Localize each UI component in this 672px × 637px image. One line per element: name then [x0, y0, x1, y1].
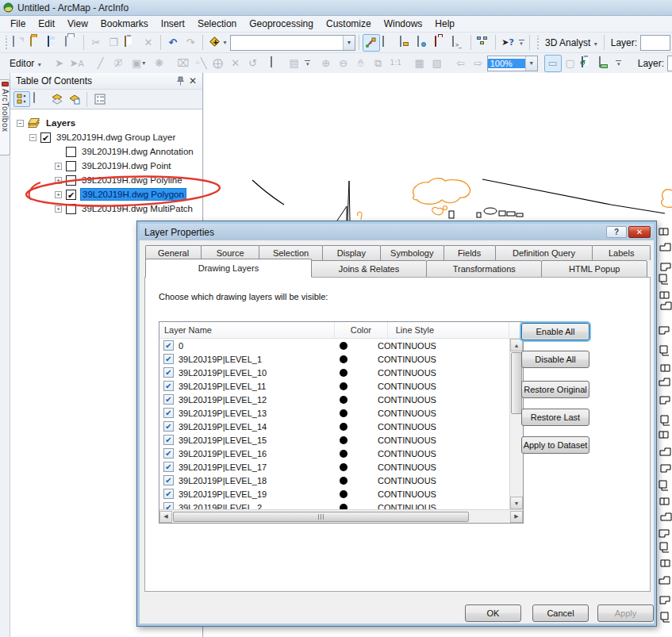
- straight-segment-button[interactable]: ╱: [92, 55, 109, 72]
- tree-label[interactable]: 39L20J19H.dwg Group Layer: [55, 132, 177, 143]
- toolbar-grip[interactable]: [536, 36, 540, 50]
- row-checkbox[interactable]: ✔: [163, 354, 174, 364]
- toc-options-button[interactable]: [91, 91, 108, 107]
- horizontal-scroll-thumb[interactable]: [173, 512, 469, 522]
- scroll-down-icon[interactable]: ▼: [510, 497, 523, 509]
- search-window-button[interactable]: [415, 34, 432, 52]
- row-checkbox[interactable]: ✔: [163, 462, 174, 472]
- toggle-draft-mode-button[interactable]: ▭: [544, 55, 562, 72]
- menu-item-help[interactable]: Help: [429, 17, 460, 31]
- table-row[interactable]: ✔39L20J19P|LEVEL_17CONTINUOUS: [159, 460, 509, 474]
- table-row[interactable]: ✔39L20J19P|LEVEL_16CONTINUOUS: [159, 447, 509, 460]
- table-row[interactable]: ✔39L20J19P|LEVEL_12CONTINUOUS: [159, 393, 509, 406]
- tree-expander-icon[interactable]: +: [55, 177, 62, 184]
- print-button[interactable]: [63, 34, 80, 52]
- row-checkbox[interactable]: ✔: [163, 502, 174, 509]
- redo-button[interactable]: ↷: [182, 34, 199, 52]
- menu-item-geoprocessing[interactable]: Geoprocessing: [244, 17, 319, 31]
- map-scale-combo[interactable]: ▼: [230, 35, 355, 51]
- edit-tool-arrow-button[interactable]: ➤: [51, 55, 68, 72]
- table-row[interactable]: ✔39L20J19P|LEVEL_10CONTINUOUS: [159, 366, 509, 379]
- row-checkbox[interactable]: ✔: [163, 394, 174, 405]
- endpoint-arc-button[interactable]: ①̸: [109, 55, 127, 72]
- table-row[interactable]: ✔39L20J19P|LEVEL_1CONTINUOUS: [159, 352, 509, 366]
- menu-item-customize[interactable]: Customize: [321, 17, 377, 31]
- toolbar-overflow-chevron[interactable]: ▾: [303, 60, 313, 66]
- tree-checkbox[interactable]: ✔: [40, 132, 51, 143]
- toolbar-grip[interactable]: [4, 36, 8, 50]
- row-checkbox[interactable]: ✔: [163, 408, 174, 418]
- tab-html-popup[interactable]: HTML Popup: [541, 260, 647, 278]
- table-row[interactable]: ✔0CONTINUOUS: [159, 339, 509, 352]
- tab-drawing-layers[interactable]: Drawing Layers: [145, 259, 312, 278]
- toc-tree-row[interactable]: −Layers: [10, 116, 202, 130]
- modelbuilder-button[interactable]: [474, 34, 492, 52]
- enable-all-button[interactable]: Enable All: [521, 323, 589, 340]
- map-scale-dropdown-icon[interactable]: ▼: [343, 36, 355, 50]
- toolbar-overflow-chevron[interactable]: ▾: [516, 40, 526, 45]
- table-row[interactable]: ✔39L20J19P|LEVEL_19CONTINUOUS: [159, 487, 509, 501]
- horizontal-scrollbar[interactable]: ◀ ▶: [159, 509, 523, 523]
- scroll-up-icon[interactable]: ▲: [510, 339, 523, 351]
- paste-button[interactable]: [122, 34, 140, 52]
- edit-annotation-tool-button[interactable]: ➤A: [68, 55, 86, 72]
- trace-tool-button[interactable]: ▣▾: [127, 55, 151, 72]
- tree-checkbox[interactable]: [66, 161, 76, 171]
- back-extent-button[interactable]: ⇦: [452, 55, 470, 72]
- midpoint-tool-button[interactable]: ❋: [151, 55, 168, 72]
- menu-item-windows[interactable]: Windows: [378, 17, 428, 31]
- tree-label[interactable]: 39L20J19H.dwg Polygon: [80, 188, 186, 201]
- tab-definition-query[interactable]: Definition Query: [495, 245, 593, 260]
- attributes-window-button[interactable]: [380, 34, 397, 52]
- menu-item-selection[interactable]: Selection: [192, 17, 242, 31]
- table-row[interactable]: ✔39L20J19P|LEVEL_13CONTINUOUS: [159, 406, 509, 420]
- table-row[interactable]: ✔39L20J19P|LEVEL_15CONTINUOUS: [159, 433, 509, 447]
- cancel-button[interactable]: Cancel: [532, 604, 589, 622]
- tree-checkbox[interactable]: [66, 147, 76, 157]
- rotate-tool-button[interactable]: ↺: [244, 55, 262, 72]
- fixed-zoom-in-button[interactable]: ⊕: [317, 55, 335, 72]
- tree-expander-icon[interactable]: +: [55, 191, 62, 198]
- undo-button[interactable]: ↶: [164, 34, 182, 52]
- vertical-scroll-thumb[interactable]: [511, 352, 522, 414]
- tree-label[interactable]: 39L20J19H.dwg Point: [80, 160, 173, 171]
- tree-label[interactable]: Layers: [44, 117, 77, 129]
- tree-expander-icon[interactable]: −: [17, 120, 24, 127]
- toc-tree-row[interactable]: +39L20J19H.dwg MultiPatch: [10, 201, 202, 216]
- tree-checkbox[interactable]: [66, 175, 76, 186]
- add-data-button[interactable]: +▾: [206, 34, 230, 52]
- cut-polygons-button[interactable]: ⌧: [175, 55, 192, 72]
- restore-last-button[interactable]: Restore Last: [521, 409, 589, 426]
- reshape-tool-button[interactable]: ⨁: [209, 55, 227, 72]
- row-checkbox[interactable]: ✔: [163, 367, 174, 378]
- tab-transformations[interactable]: Transformations: [426, 260, 542, 278]
- tree-checkbox[interactable]: ✔: [66, 190, 76, 200]
- row-checkbox[interactable]: ✔: [163, 489, 174, 499]
- tab-fields[interactable]: Fields: [444, 245, 496, 260]
- list-by-drawing-order-button[interactable]: [13, 91, 30, 107]
- dialog-title-bar[interactable]: Layer Properties ? ✕: [140, 224, 654, 240]
- table-row[interactable]: ✔39L20J19P|LEVEL_2CONTINUOUS: [159, 501, 509, 509]
- tree-label[interactable]: 39L20J19H.dwg MultiPatch: [80, 203, 194, 214]
- tree-label[interactable]: 39L20J19H.dwg Annotation: [80, 146, 195, 157]
- edit-tool-button[interactable]: [363, 34, 380, 52]
- row-checkbox[interactable]: ✔: [163, 340, 174, 351]
- open-button[interactable]: [28, 34, 45, 52]
- focus-data-frame-button[interactable]: ▢: [562, 55, 579, 72]
- toc-tree-row[interactable]: +39L20J19H.dwg Point: [10, 159, 202, 173]
- tab-labels[interactable]: Labels: [592, 245, 651, 260]
- ok-button[interactable]: OK: [465, 604, 521, 622]
- arctoolbox-window-button[interactable]: [432, 34, 450, 52]
- menu-item-edit[interactable]: Edit: [33, 17, 60, 31]
- pin-icon[interactable]: [174, 75, 186, 87]
- toc-tree-row[interactable]: 39L20J19H.dwg Annotation: [10, 144, 202, 159]
- row-checkbox[interactable]: ✔: [163, 448, 174, 459]
- menu-item-bookmarks[interactable]: Bookmarks: [95, 17, 154, 31]
- tree-expander-icon[interactable]: +: [55, 205, 62, 213]
- disable-all-button[interactable]: Disable All: [521, 351, 589, 368]
- menu-item-insert[interactable]: Insert: [156, 17, 190, 31]
- sketch-properties-button[interactable]: ▤: [286, 55, 303, 72]
- analyst-layer-combo[interactable]: [640, 35, 670, 51]
- toc-tree-row[interactable]: +✔39L20J19H.dwg Polygon: [10, 187, 202, 201]
- toolbar-overflow-chevron[interactable]: ▾: [614, 60, 624, 66]
